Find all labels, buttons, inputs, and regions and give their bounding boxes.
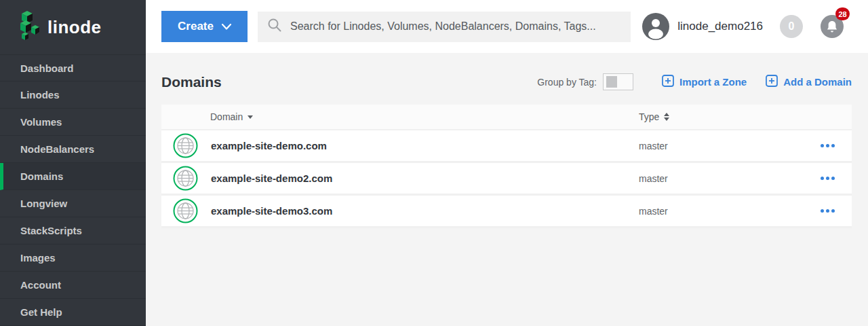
sidebar-item-images[interactable]: Images [0,244,146,272]
topbar: Create linode_demo216 0 [146,0,868,53]
sidebar-item-linodes[interactable]: Linodes [0,82,146,109]
username: linode_demo216 [677,20,763,33]
domain-name: example-site-demo2.com [211,173,332,184]
sort-both-icon [664,113,669,121]
domain-name: example-site-demo.com [211,140,327,151]
sidebar-item-stackscripts[interactable]: StackScripts [0,217,146,244]
linode-logo[interactable]: linode [0,0,146,54]
user-menu[interactable]: linode_demo216 [642,13,763,40]
avatar [642,13,669,40]
sort-desc-icon [248,115,253,119]
type-cell: master [639,141,818,151]
table-row[interactable]: example-site-demo.com master [161,130,852,163]
domain-cell: example-site-demo3.com [161,198,639,223]
domain-name: example-site-demo3.com [211,205,332,217]
events-counter[interactable]: 0 [780,15,803,38]
globe-icon [173,198,198,223]
table-header: Domain Type [161,105,852,130]
chevron-down-icon [222,20,231,33]
page-title: Domains [161,74,222,90]
type-cell: master [639,206,818,217]
page-header: Domains Group by Tag: Import a Zone [161,73,852,90]
table-row[interactable]: example-site-demo3.com master [161,196,852,228]
notification-badge: 28 [835,7,850,20]
plus-square-icon [766,75,778,89]
column-label: Domain [210,111,243,122]
actions-cell [818,140,852,151]
group-by-tag-label: Group by Tag: [537,77,597,88]
import-a-zone-label: Import a Zone [679,76,747,88]
sidebar-item-account[interactable]: Account [0,272,146,299]
domain-cell: example-site-demo2.com [161,166,639,191]
sidebar-item-nodebalancers[interactable]: NodeBalancers [0,136,146,163]
row-action-menu-icon[interactable] [818,205,837,217]
search-icon [267,18,282,35]
sidebar-item-longview[interactable]: Longview [0,190,146,217]
create-button[interactable]: Create [161,11,248,42]
globe-icon [173,166,198,191]
add-a-domain-link[interactable]: Add a Domain [766,75,852,89]
logo-wordmark: linode [47,17,102,38]
global-search[interactable] [258,12,631,42]
search-input[interactable] [290,20,621,33]
create-button-label: Create [178,20,214,33]
actions-cell [818,205,852,217]
group-by-tag-toggle[interactable] [603,73,633,90]
sidebar-nav: Dashboard Linodes Volumes NodeBalancers … [0,54,146,326]
globe-icon [173,133,198,158]
main-column: Create linode_demo216 0 [146,0,868,326]
sidebar-item-get-help[interactable]: Get Help [0,299,146,326]
app-window: linode Dashboard Linodes Volumes NodeBal… [0,0,868,326]
type-cell: master [639,173,818,184]
column-header-domain[interactable]: Domain [161,111,639,122]
linode-cube-icon [14,10,41,45]
notification-count: 28 [838,10,846,18]
domains-page: Domains Group by Tag: Import a Zone [146,53,868,326]
events-count: 0 [789,20,795,33]
row-action-menu-icon[interactable] [818,140,837,151]
domain-cell: example-site-demo.com [161,133,639,158]
sidebar: linode Dashboard Linodes Volumes NodeBal… [0,0,146,326]
actions-cell [818,173,852,184]
row-action-menu-icon[interactable] [818,173,837,184]
notifications[interactable]: 28 [821,15,844,38]
add-a-domain-label: Add a Domain [783,76,852,88]
page-header-actions: Group by Tag: Import a Zone [537,73,852,90]
sidebar-item-dashboard[interactable]: Dashboard [0,54,146,82]
domains-table: Domain Type [161,105,852,228]
import-a-zone-link[interactable]: Import a Zone [662,75,747,89]
table-row[interactable]: example-site-demo2.com master [161,163,852,196]
sidebar-item-domains[interactable]: Domains [0,163,146,190]
plus-square-icon [662,75,674,89]
column-label: Type [639,111,659,122]
toggle-knob [606,76,617,88]
column-header-type[interactable]: Type [639,111,852,122]
sidebar-item-volumes[interactable]: Volumes [0,109,146,136]
